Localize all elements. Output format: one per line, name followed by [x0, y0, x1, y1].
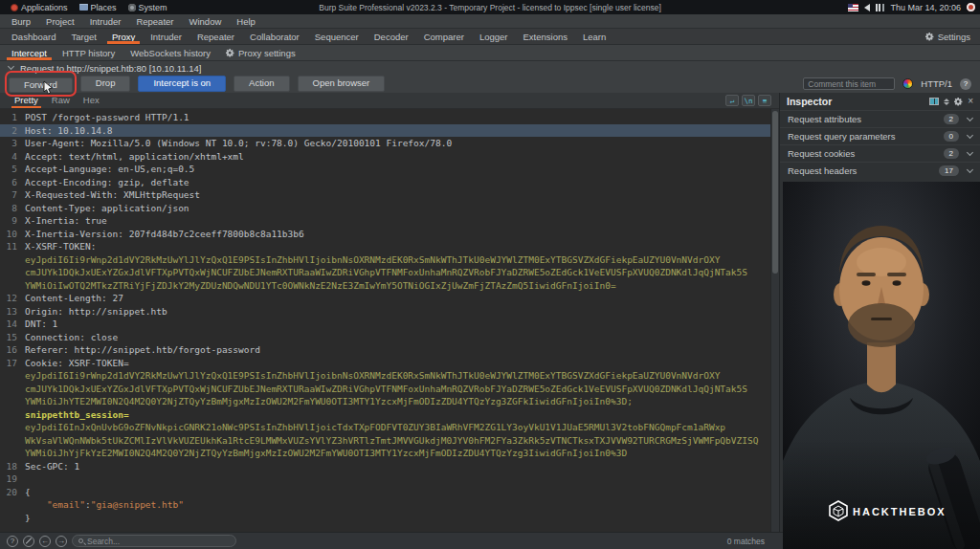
comment-input[interactable] — [803, 77, 895, 90]
editor-body[interactable]: 1POST /forgot-password HTTP/1.12Host: 10… — [0, 109, 779, 532]
inspector-section-request-cookies[interactable]: Request cookies2 — [780, 144, 980, 162]
request-text: POST /forgot-password HTTP/1.1 — [25, 111, 189, 124]
request-line[interactable]: 17Cookie: XSRF-TOKEN= — [0, 357, 779, 370]
clock[interactable]: Thu Mar 14, 20:06 — [890, 3, 961, 12]
tab-collaborator[interactable]: Collaborator — [242, 29, 307, 44]
tab-proxy[interactable]: Proxy — [104, 29, 143, 44]
proxy-tab-http-history[interactable]: HTTP history — [55, 45, 122, 60]
request-line[interactable]: 13Origin: http://snippet.htb — [0, 305, 779, 318]
line-number — [0, 395, 25, 408]
request-line[interactable]: YWMiOiJhYTE2MWI0N2Q4M2Q0Y2NjZTQyYzBmMjgx… — [0, 395, 779, 408]
layout-columns-icon[interactable] — [929, 98, 939, 105]
request-line[interactable]: 3User-Agent: Mozilla/5.0 (Windows NT 10.… — [0, 137, 779, 150]
next-match-icon[interactable]: → — [56, 536, 67, 547]
keyboard-layout-flag-icon[interactable] — [848, 4, 858, 11]
newline-icon[interactable]: \n — [742, 95, 755, 106]
request-line[interactable]: } — [0, 512, 779, 525]
tab-dashboard[interactable]: Dashboard — [4, 29, 63, 44]
forward-button[interactable]: Forward — [9, 77, 73, 93]
request-line[interactable]: 19 — [0, 472, 779, 486]
request-line[interactable]: YWMiOiIwOTQ2MTkzZTRiYjFjZDJkY2MyZDUzNDQw… — [0, 279, 779, 293]
request-line[interactable]: 16Referer: http://snippet.htb/forgot-pas… — [0, 343, 779, 357]
inspector-header: Inspector × — [780, 93, 980, 110]
tab-decoder[interactable]: Decoder — [367, 29, 416, 44]
volume-icon[interactable] — [864, 4, 870, 11]
request-line[interactable]: "email":"gia@snippet.htb" — [0, 498, 779, 512]
tab-logger[interactable]: Logger — [472, 29, 516, 44]
request-line[interactable]: 4Accept: text/html, application/xhtml+xm… — [0, 150, 779, 164]
request-line[interactable]: YWMiOiJhYjFkYzE2MWI0N2Q4M2Q0Y2NjZTQyYzBm… — [0, 447, 779, 460]
request-line[interactable]: eyJpdiI6Ii9rWnp2d1dVY2RkMzUwYlJlYzQxQ1E9… — [0, 369, 779, 383]
request-line[interactable]: 11X-XSRF-TOKEN: — [0, 240, 779, 253]
proxy-tab-websockets-history[interactable]: WebSockets history — [122, 45, 218, 60]
wrap-lines-icon[interactable]: ≡ — [758, 95, 771, 106]
inspector-section-request-attributes[interactable]: Request attributes2 — [780, 110, 980, 127]
editor-tab-raw[interactable]: Raw — [45, 93, 77, 108]
request-line[interactable]: cmJUYk1DQkJxUExYZGxJdlVFTXpPVTQxWjNCUFZU… — [0, 383, 779, 396]
tab-learn[interactable]: Learn — [575, 29, 613, 44]
menu-intruder[interactable]: Intruder — [82, 16, 129, 27]
tab-target[interactable]: Target — [63, 29, 103, 44]
highlight-color-icon[interactable] — [902, 78, 913, 89]
scrollbar-thumb[interactable] — [772, 111, 778, 274]
request-line[interactable]: cmJUYk1DQkJxUExYZGxJdlVFTXpPVTQxWjNCUFZU… — [0, 266, 779, 279]
network-icon[interactable] — [876, 4, 884, 11]
request-line[interactable]: 7X-Requested-With: XMLHttpRequest — [0, 188, 779, 202]
request-line[interactable]: WkVsaVlWQnNWbk5tUkZCMlIzVlVkVUZEUkhKa1Rt… — [0, 434, 779, 448]
tab-repeater[interactable]: Repeater — [189, 29, 242, 44]
request-line[interactable]: eyJpdiI6InJxQnUvbG9oZFNvNkpicGNRK21oNWc9… — [0, 421, 779, 434]
proxy-tab-intercept[interactable]: Intercept — [4, 45, 55, 60]
tab-comparer[interactable]: Comparer — [416, 29, 472, 44]
request-line[interactable]: snippethtb_session= — [0, 408, 779, 422]
request-line[interactable]: 10X-Inertia-Version: 207fd484b7c2ceeff78… — [0, 228, 779, 241]
tab-extensions[interactable]: Extensions — [516, 29, 575, 44]
inspector-section-request-headers[interactable]: Request headers17 — [780, 162, 980, 179]
close-icon[interactable]: × — [968, 97, 973, 106]
charset-icon[interactable]: ↵ — [725, 95, 739, 106]
menu-burp[interactable]: Burp — [4, 16, 38, 27]
inspector-section-request-query-parameters[interactable]: Request query parameters0 — [780, 127, 980, 144]
menu-window[interactable]: Window — [182, 16, 230, 27]
open-browser-button[interactable]: Open browser — [298, 76, 386, 91]
tab-intruder[interactable]: Intruder — [143, 29, 189, 44]
search-input[interactable] — [87, 537, 230, 546]
drop-button[interactable]: Drop — [80, 76, 131, 91]
power-icon[interactable] — [967, 3, 975, 11]
request-line[interactable]: 5Accept-Language: en-US,en;q=0.5 — [0, 163, 779, 176]
search-box[interactable] — [72, 535, 236, 547]
editor-tab-pretty[interactable]: Pretty — [8, 93, 45, 108]
editor-tab-hex[interactable]: Hex — [77, 93, 106, 108]
action-button[interactable]: Action — [234, 76, 289, 91]
settings-button[interactable]: Settings — [916, 29, 980, 44]
request-line[interactable]: 12Content-Length: 27 — [0, 292, 779, 305]
editor-scrollbar[interactable] — [770, 109, 779, 532]
search-help-icon[interactable]: ? — [7, 536, 18, 547]
request-line[interactable]: 6Accept-Encoding: gzip, deflate — [0, 176, 779, 189]
collapse-chevron-icon[interactable] — [8, 63, 14, 70]
menu-system[interactable]: System — [122, 0, 173, 14]
help-icon[interactable]: ? — [960, 78, 971, 90]
gear-icon[interactable] — [954, 98, 963, 106]
menu-repeater[interactable]: Repeater — [128, 16, 181, 27]
request-line[interactable]: 8Content-Type: application/json — [0, 202, 779, 215]
request-line[interactable]: 18Sec-GPC: 1 — [0, 460, 779, 473]
search-filter-icon[interactable] — [23, 536, 34, 547]
menu-project[interactable]: Project — [38, 16, 82, 27]
tab-sequencer[interactable]: Sequencer — [307, 29, 367, 44]
request-line[interactable]: 9X-Inertia: true — [0, 214, 779, 228]
request-line[interactable]: 20{ — [0, 486, 779, 499]
proxy-tab-proxy-settings[interactable]: Proxy settings — [218, 45, 303, 60]
previous-match-icon[interactable]: ← — [39, 536, 51, 547]
request-line[interactable]: 1POST /forgot-password HTTP/1.1 — [0, 111, 779, 124]
request-line[interactable]: 14DNT: 1 — [0, 318, 779, 331]
menu-applications[interactable]: Applications — [5, 0, 74, 14]
intercept-toggle-button[interactable]: Intercept is on — [138, 76, 226, 91]
menu-places[interactable]: Places — [74, 0, 122, 14]
request-line[interactable]: 15Connection: close — [0, 331, 779, 344]
sort-icon[interactable] — [944, 99, 949, 105]
request-line[interactable]: 2Host: 10.10.14.8 — [0, 124, 779, 138]
request-line[interactable]: eyJpdiI6Ii9rWnp2d1dVY2RkMzUwYlJlYzQxQ1E9… — [0, 253, 779, 267]
line-number: 9 — [0, 214, 25, 228]
burp-menu-bar: BurpProjectIntruderRepeaterWindowHelp — [0, 14, 980, 29]
menu-help[interactable]: Help — [229, 16, 263, 27]
